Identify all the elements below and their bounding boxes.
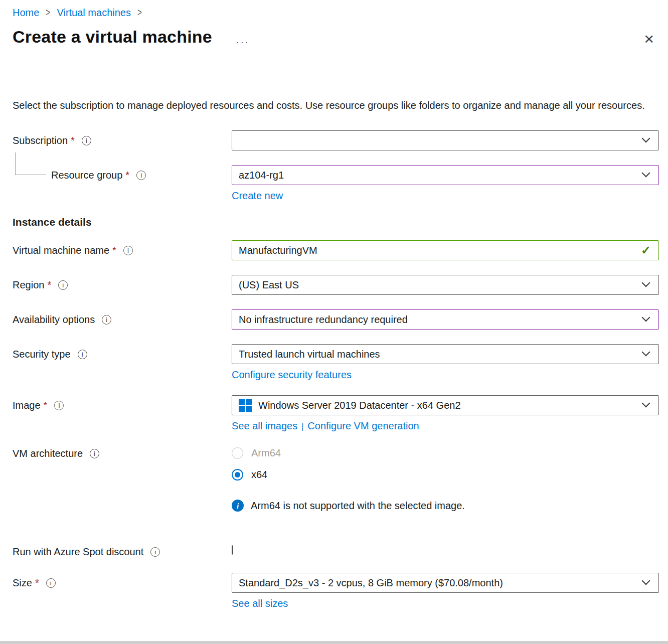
resource-group-row: Resource group * i az104-rg1 Create new <box>13 165 659 202</box>
resource-group-label: Resource group <box>51 170 122 181</box>
configure-vm-generation-link[interactable]: Configure VM generation <box>307 420 419 432</box>
availability-options-dropdown[interactable]: No infrastructure redundancy required <box>232 309 659 330</box>
vm-name-row: Virtual machine name * i ManufacturingVM… <box>13 240 659 260</box>
radio-x64[interactable]: x64 <box>232 469 659 480</box>
region-label: Region <box>13 279 44 291</box>
chevron-down-icon <box>642 134 650 143</box>
security-type-value: Trusted launch virtual machines <box>239 349 380 360</box>
more-options-icon[interactable]: ··· <box>236 37 250 48</box>
region-row: Region * i (US) East US <box>13 275 659 295</box>
info-icon[interactable]: i <box>102 315 111 325</box>
vm-name-label: Virtual machine name <box>13 245 109 256</box>
vm-architecture-row: VM architecture i Arm64 x64 i Arm64 is n… <box>13 446 659 512</box>
image-label: Image <box>13 400 41 411</box>
azure-spot-label: Run with Azure Spot discount <box>13 546 143 558</box>
footer-divider <box>0 641 668 644</box>
info-icon[interactable]: i <box>78 350 87 359</box>
radio-arm64-label: Arm64 <box>251 447 281 459</box>
vm-name-value: ManufacturingVM <box>239 245 317 256</box>
info-icon[interactable]: i <box>123 246 133 255</box>
size-row: Size * i Standard_D2s_v3 - 2 vcpus, 8 Gi… <box>13 573 659 609</box>
radio-x64-label: x64 <box>251 469 267 480</box>
image-links: See all images|Configure VM generation <box>232 420 659 432</box>
breadcrumb: Home > Virtual machines > <box>13 6 659 19</box>
create-vm-blade: Home > Virtual machines > Create a virtu… <box>0 0 668 644</box>
subscription-row: Subscription * i <box>13 130 659 150</box>
image-dropdown[interactable]: Windows Server 2019 Datacenter - x64 Gen… <box>232 395 659 415</box>
required-asterisk: * <box>47 279 51 291</box>
radio-icon <box>232 447 243 459</box>
subscription-dropdown[interactable] <box>232 130 659 150</box>
windows-logo-icon <box>239 399 252 412</box>
azure-spot-label-group: Run with Azure Spot discount i <box>13 546 232 558</box>
chevron-down-icon <box>642 313 650 322</box>
radio-arm64[interactable]: Arm64 <box>232 447 659 459</box>
availability-options-label: Availability options <box>13 314 95 326</box>
chevron-right-icon: > <box>137 6 142 19</box>
availability-options-value: No infrastructure redundancy required <box>239 314 408 326</box>
security-type-row: Security type i Trusted launch virtual m… <box>13 344 659 381</box>
required-asterisk: * <box>35 577 39 589</box>
info-filled-icon: i <box>232 500 244 512</box>
see-all-images-link[interactable]: See all images <box>232 420 297 432</box>
vm-architecture-label: VM architecture <box>13 448 83 459</box>
image-value: Windows Server 2019 Datacenter - x64 Gen… <box>258 400 461 411</box>
chevron-down-icon <box>642 348 650 357</box>
required-asterisk: * <box>44 400 48 411</box>
intro-text: Select the subscription to manage deploy… <box>13 98 648 113</box>
required-asterisk: * <box>71 135 75 146</box>
info-icon[interactable]: i <box>82 136 91 145</box>
basics-form: Subscription * i Resource group * i <box>13 130 659 609</box>
chevron-down-icon <box>642 577 650 585</box>
chevron-down-icon <box>642 169 650 178</box>
availability-options-row: Availability options i No infrastructure… <box>13 309 659 330</box>
configure-security-features-link[interactable]: Configure security features <box>232 369 352 381</box>
size-dropdown[interactable]: Standard_D2s_v3 - 2 vcpus, 8 GiB memory … <box>232 573 659 593</box>
link-separator: | <box>301 422 303 431</box>
breadcrumb-home[interactable]: Home <box>13 7 39 19</box>
info-icon[interactable]: i <box>54 401 64 410</box>
security-type-label-group: Security type i <box>13 344 232 364</box>
vm-name-input[interactable]: ManufacturingVM ✓ <box>232 240 659 260</box>
create-new-resource-group-link[interactable]: Create new <box>232 190 283 202</box>
chevron-down-icon <box>642 279 650 287</box>
chevron-right-icon: > <box>46 6 50 19</box>
size-label: Size <box>13 577 32 589</box>
blade-header: Create a virtual machine ··· × <box>13 27 659 48</box>
vm-name-label-group: Virtual machine name * i <box>13 240 232 260</box>
size-label-group: Size * i <box>13 573 232 593</box>
region-dropdown[interactable]: (US) East US <box>232 275 659 295</box>
security-type-dropdown[interactable]: Trusted launch virtual machines <box>232 344 659 364</box>
check-icon: ✓ <box>641 243 651 257</box>
subscription-label: Subscription <box>13 135 68 146</box>
image-row: Image * i Windows Server 2019 Datacenter… <box>13 395 659 432</box>
radio-selected-icon <box>232 469 243 480</box>
chevron-down-icon <box>642 399 650 408</box>
size-value: Standard_D2s_v3 - 2 vcpus, 8 GiB memory … <box>239 577 503 589</box>
info-icon[interactable]: i <box>90 449 99 458</box>
arm64-info-message: i Arm64 is not supported with the select… <box>232 500 659 512</box>
azure-spot-checkbox[interactable] <box>232 545 233 555</box>
instance-details-heading: Instance details <box>13 216 659 228</box>
required-asterisk: * <box>125 170 129 181</box>
region-label-group: Region * i <box>13 275 232 295</box>
see-all-sizes-link[interactable]: See all sizes <box>232 598 288 609</box>
resource-group-value: az104-rg1 <box>239 170 284 181</box>
vm-architecture-label-group: VM architecture i <box>13 446 232 460</box>
info-icon[interactable]: i <box>150 547 160 557</box>
image-label-group: Image * i <box>13 395 232 415</box>
breadcrumb-virtual-machines[interactable]: Virtual machines <box>57 7 130 19</box>
subscription-label-group: Subscription * i <box>13 130 232 150</box>
close-icon[interactable]: × <box>644 30 654 47</box>
required-asterisk: * <box>112 245 116 256</box>
info-icon[interactable]: i <box>46 578 56 588</box>
arm64-info-text: Arm64 is not supported with the selected… <box>251 500 465 512</box>
hierarchy-connector-line <box>15 152 46 175</box>
info-icon[interactable]: i <box>136 171 146 180</box>
page-title: Create a virtual machine <box>13 27 212 47</box>
azure-spot-row: Run with Azure Spot discount i <box>13 546 659 558</box>
security-type-label: Security type <box>13 349 71 360</box>
region-value: (US) East US <box>239 279 299 291</box>
info-icon[interactable]: i <box>58 280 68 290</box>
resource-group-dropdown[interactable]: az104-rg1 <box>232 165 659 185</box>
